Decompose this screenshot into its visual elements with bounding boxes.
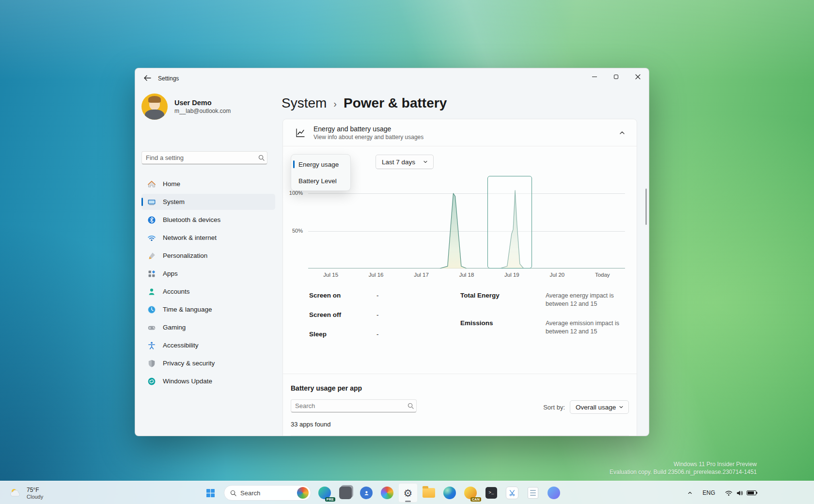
- time-range-dropdown[interactable]: Last 7 days: [376, 155, 434, 169]
- taskbar: 75°F Cloudy Search PRE: [0, 481, 814, 504]
- energy-expander-header[interactable]: Energy and battery usage View info about…: [283, 119, 637, 146]
- menu-item-energy-usage[interactable]: Energy usage: [293, 156, 349, 173]
- sidebar-item-personalization[interactable]: Personalization: [141, 248, 275, 264]
- wifi-icon: [725, 490, 733, 496]
- sidebar-item-label: Home: [163, 180, 180, 188]
- selected-indicator: [141, 198, 143, 206]
- taskbar-app-edge[interactable]: [440, 483, 459, 503]
- taskbar-app-settings[interactable]: ⚙: [398, 483, 418, 503]
- page-title: Power & battery: [344, 95, 447, 111]
- sidebar-item-windows-update[interactable]: Windows Update: [141, 373, 275, 389]
- x-axis-labels: Jul 15 Jul 16 Jul 17 Jul 18 Jul 19 Jul 2…: [308, 272, 625, 278]
- sort-dropdown[interactable]: Overall usage: [570, 400, 629, 414]
- xtick: Jul 15: [308, 272, 353, 278]
- xtick: Jul 17: [399, 272, 444, 278]
- widgets-weather-button[interactable]: 75°F Cloudy: [5, 484, 47, 502]
- stat-row-sleep: Sleep -: [309, 331, 379, 338]
- find-a-setting-input[interactable]: [142, 154, 255, 161]
- tray-language-switcher[interactable]: ENG: [699, 485, 719, 501]
- sidebar-item-accessibility[interactable]: Accessibility: [141, 337, 275, 353]
- user-email: m__lab@outlook.com: [174, 108, 231, 114]
- taskbar-search-box[interactable]: Search: [224, 485, 311, 501]
- home-icon: [147, 180, 156, 189]
- sidebar-item-label: Accounts: [163, 288, 190, 295]
- menu-item-label: Energy usage: [298, 161, 339, 168]
- copilot-icon: [548, 487, 560, 499]
- screen-time-stats: Screen on - Screen off - Sleep -: [309, 292, 379, 350]
- terminal-icon: >_: [485, 487, 497, 499]
- system-icon: [147, 198, 156, 206]
- taskbar-app-task-view[interactable]: [336, 483, 355, 503]
- taskbar-app-edge-dev[interactable]: PRE: [315, 483, 334, 503]
- ytick-50: 50%: [283, 228, 303, 234]
- sort-by-label: Sort by:: [543, 404, 565, 411]
- settings-main: System › Power & battery Energy and batt…: [282, 88, 649, 436]
- sidebar-item-privacy-security[interactable]: Privacy & security: [141, 355, 275, 371]
- titlebar[interactable]: Settings: [135, 68, 649, 88]
- stat-row-total-energy: Total Energy Average energy impact is be…: [460, 292, 628, 312]
- sidebar-item-time-language[interactable]: Time & language: [141, 301, 275, 317]
- task-view-icon: [339, 487, 352, 499]
- taskbar-app-terminal[interactable]: >_: [482, 483, 501, 503]
- minimize-icon: [592, 77, 597, 77]
- close-button[interactable]: [627, 68, 649, 85]
- chart-type-menu: Energy usage Battery Level: [291, 154, 351, 191]
- sidebar-item-system[interactable]: System: [141, 194, 275, 210]
- maximize-icon: [614, 75, 618, 79]
- taskbar-app-chat[interactable]: [357, 483, 376, 503]
- xtick: Jul 18: [444, 272, 489, 278]
- taskbar-app-notepad[interactable]: [523, 483, 543, 503]
- account-summary[interactable]: User Demo m__lab@outlook.com: [141, 94, 272, 120]
- vertical-scrollbar[interactable]: [645, 189, 647, 225]
- menu-item-label: Battery Level: [298, 177, 337, 185]
- energy-battery-card: Energy and battery usage View info about…: [282, 119, 637, 436]
- minimize-button[interactable]: [583, 68, 605, 85]
- sidebar-item-apps[interactable]: Apps: [141, 266, 275, 282]
- chevron-down-icon: [423, 159, 428, 165]
- tray-show-hidden-icons[interactable]: [684, 485, 696, 501]
- maximize-button[interactable]: [605, 68, 627, 85]
- menu-item-battery-level[interactable]: Battery Level: [293, 173, 349, 189]
- desktop-wallpaper: Windows 11 Pro Insider Preview Evaluatio…: [0, 0, 814, 504]
- edge-canary-badge: CAN: [470, 497, 481, 502]
- chevron-up-icon[interactable]: [618, 129, 626, 137]
- breadcrumb-system-link[interactable]: System: [282, 95, 327, 111]
- taskbar-app-snipping-tool[interactable]: [502, 483, 522, 503]
- xtick: Today: [580, 272, 625, 278]
- taskbar-app-edge-canary[interactable]: CAN: [461, 483, 480, 503]
- stat-label: Sleep: [309, 331, 376, 338]
- sidebar-item-accounts[interactable]: Accounts: [141, 284, 275, 299]
- energy-usage-chart: [308, 176, 625, 268]
- sort-value: Overall usage: [576, 404, 616, 411]
- sidebar-item-label: System: [163, 198, 185, 205]
- app-search-input[interactable]: [291, 402, 405, 410]
- person-icon: [147, 287, 156, 296]
- start-button[interactable]: [201, 483, 220, 503]
- taskbar-app-photos[interactable]: [377, 483, 397, 503]
- breadcrumb-separator: ›: [333, 97, 337, 110]
- energy-card-subtitle: View info about energy and battery usage…: [313, 134, 618, 141]
- sidebar-item-network-internet[interactable]: Network & internet: [141, 230, 275, 246]
- sidebar-item-home[interactable]: Home: [141, 176, 275, 192]
- chat-icon: [360, 487, 373, 499]
- clock-icon: [147, 305, 156, 314]
- app-search-box[interactable]: [291, 399, 417, 412]
- find-a-setting-searchbox[interactable]: [141, 151, 267, 164]
- search-icon: [405, 403, 416, 409]
- sidebar-item-label: Personalization: [163, 252, 207, 259]
- close-icon: [635, 74, 641, 79]
- sidebar-item-label: Privacy & security: [163, 360, 215, 367]
- settings-window: Settings User Demo m__lab@outlook.: [135, 68, 649, 436]
- stat-value: Average energy impact is between 12 and …: [546, 292, 628, 312]
- taskbar-center: Search PRE ⚙: [201, 483, 564, 503]
- taskbar-app-file-explorer[interactable]: [419, 483, 438, 503]
- stat-label: Emissions: [460, 319, 546, 339]
- taskbar-app-copilot[interactable]: [544, 483, 564, 503]
- file-explorer-icon: [423, 488, 435, 498]
- selected-day-box[interactable]: [487, 176, 532, 268]
- sidebar-item-bluetooth-devices[interactable]: Bluetooth & devices: [141, 212, 275, 228]
- back-button[interactable]: [140, 71, 155, 85]
- tray-network-volume-battery[interactable]: [721, 485, 760, 501]
- list-row-divider: [291, 435, 629, 436]
- sidebar-item-gaming[interactable]: Gaming: [141, 319, 275, 335]
